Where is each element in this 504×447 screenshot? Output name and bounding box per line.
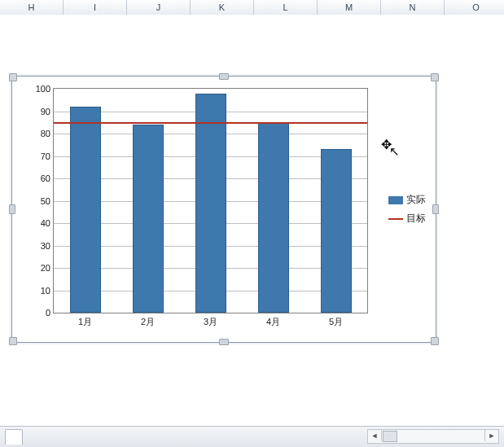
- column-header-M[interactable]: M: [318, 0, 381, 15]
- y-axis-tick-label: 60: [41, 173, 50, 183]
- resize-handle-left[interactable]: [9, 204, 15, 214]
- legend-item-actual[interactable]: 实际: [388, 193, 426, 207]
- scroll-thumb[interactable]: [383, 431, 397, 442]
- y-axis-tick-label: 0: [46, 308, 50, 318]
- worksheet-area[interactable]: 10090807060504030201001月2月3月4月5月 实际 目标 ✥…: [0, 15, 504, 427]
- column-header-O[interactable]: O: [445, 0, 504, 15]
- resize-handle-bottom[interactable]: [219, 339, 229, 345]
- resize-handle-top[interactable]: [219, 73, 229, 80]
- bar-4月[interactable]: [258, 122, 289, 313]
- x-axis-tick-label: 2月: [141, 316, 155, 328]
- column-header-L[interactable]: L: [254, 0, 318, 15]
- bar-3月[interactable]: [195, 94, 226, 313]
- bar-1月[interactable]: [70, 107, 101, 313]
- legend-swatch-bar-icon: [388, 196, 403, 204]
- status-bar: ◄ ►: [0, 426, 504, 447]
- y-axis-tick-label: 50: [41, 196, 50, 206]
- resize-handle-bottom-right[interactable]: [431, 337, 439, 345]
- horizontal-scrollbar[interactable]: ◄ ►: [367, 429, 499, 444]
- legend-swatch-line-icon: [388, 218, 403, 220]
- column-header-J[interactable]: J: [127, 0, 191, 15]
- legend-label-target: 目标: [406, 212, 426, 226]
- target-line[interactable]: [54, 122, 367, 124]
- resize-handle-top-right[interactable]: [431, 73, 439, 81]
- column-header-H[interactable]: H: [0, 0, 64, 15]
- column-header-I[interactable]: I: [64, 0, 127, 15]
- x-axis-tick-label: 3月: [204, 316, 217, 328]
- x-axis-tick-label: 4月: [266, 316, 280, 328]
- column-header-K[interactable]: K: [191, 0, 254, 15]
- resize-handle-bottom-left[interactable]: [9, 337, 17, 345]
- chart-plot-area[interactable]: 10090807060504030201001月2月3月4月5月: [53, 88, 368, 313]
- y-axis-tick-label: 30: [41, 241, 50, 251]
- resize-handle-top-left[interactable]: [9, 73, 17, 81]
- resize-handle-right[interactable]: [432, 204, 439, 214]
- y-axis-tick-label: 10: [41, 286, 50, 296]
- bar-2月[interactable]: [133, 125, 164, 313]
- y-axis-tick-label: 40: [41, 218, 50, 228]
- x-axis-tick-label: 1月: [78, 316, 92, 328]
- y-axis-tick-label: 80: [41, 129, 50, 138]
- chart-legend[interactable]: 实际 目标: [388, 188, 426, 230]
- legend-label-actual: 实际: [406, 193, 426, 207]
- scroll-right-arrow-icon[interactable]: ►: [484, 430, 498, 441]
- scroll-left-arrow-icon[interactable]: ◄: [368, 430, 382, 441]
- chart-object[interactable]: 10090807060504030201001月2月3月4月5月 实际 目标: [11, 76, 436, 343]
- x-axis-tick-label: 5月: [329, 316, 343, 328]
- legend-item-target[interactable]: 目标: [388, 212, 426, 226]
- y-axis-tick-label: 70: [41, 151, 50, 161]
- y-axis-tick-label: 20: [41, 263, 50, 273]
- sheet-tab[interactable]: [5, 429, 23, 445]
- y-axis-tick-label: 90: [41, 107, 50, 116]
- column-header-N[interactable]: N: [381, 0, 445, 15]
- bar-5月[interactable]: [321, 149, 352, 313]
- y-axis-tick-label: 100: [36, 84, 50, 94]
- column-header-ruler[interactable]: HIJKLMNOP: [0, 0, 504, 15]
